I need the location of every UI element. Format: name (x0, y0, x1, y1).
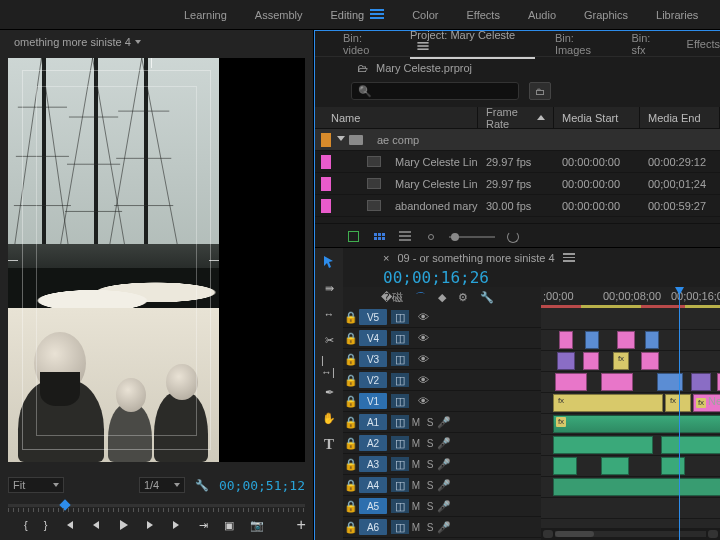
eye-icon[interactable]: 👁 (415, 353, 431, 365)
clip[interactable] (585, 331, 599, 349)
selection-tool-icon[interactable] (321, 254, 337, 270)
type-tool-icon[interactable]: T (321, 436, 337, 452)
audio-clip[interactable] (661, 436, 720, 454)
chevron-down-icon[interactable] (135, 40, 141, 44)
lock-icon[interactable]: 🔒 (343, 500, 359, 513)
audio-clip[interactable] (553, 436, 653, 454)
icon-view-icon[interactable] (371, 230, 387, 244)
close-icon[interactable]: × (383, 252, 389, 264)
razor-tool-icon[interactable]: ✂ (321, 332, 337, 348)
bin-row-folder[interactable]: ae comp (315, 129, 720, 151)
clip[interactable] (555, 373, 587, 391)
clip[interactable] (641, 352, 659, 370)
zoom-dropdown[interactable]: 1/4 (139, 477, 185, 493)
menu-icon[interactable] (417, 42, 428, 50)
clip[interactable] (583, 352, 599, 370)
list-view-icon[interactable] (397, 230, 413, 244)
mark-in-icon[interactable]: { (24, 518, 28, 532)
mark-out-icon[interactable]: } (44, 518, 48, 532)
sync-lock-icon[interactable]: ◫ (391, 373, 409, 387)
solo-button[interactable]: S (423, 501, 437, 512)
clip-nested[interactable]: fxNested (693, 394, 720, 412)
workspace-tab-editing[interactable]: Editing (331, 9, 385, 21)
clip-row[interactable]: abandoned mary celest 30.00 fps 00:00:00… (315, 195, 720, 217)
step-fwd-icon[interactable] (145, 518, 155, 532)
mute-button[interactable]: M (409, 438, 423, 449)
mute-button[interactable]: M (409, 459, 423, 470)
mic-icon[interactable]: 🎤 (437, 521, 451, 534)
lock-icon[interactable]: 🔒 (343, 374, 359, 387)
eye-icon[interactable]: 👁 (415, 332, 431, 344)
clip[interactable] (601, 373, 633, 391)
pen-tool-icon[interactable]: ✒ (321, 384, 337, 400)
sync-lock-icon[interactable]: ◫ (391, 478, 409, 492)
fit-dropdown[interactable]: Fit (8, 477, 64, 493)
solo-button[interactable]: S (423, 480, 437, 491)
search-input[interactable]: 🔍 (351, 82, 519, 100)
solo-button[interactable]: S (423, 459, 437, 470)
track-a5[interactable]: 🔒A5◫MS🎤 (343, 496, 541, 517)
track-a6[interactable]: 🔒A6◫MS🎤 (343, 517, 541, 538)
slip-tool-icon[interactable]: |↔| (321, 358, 337, 374)
lock-icon[interactable]: 🔒 (343, 416, 359, 429)
sync-lock-icon[interactable]: ◫ (391, 352, 409, 366)
snap-icon[interactable]: �磁 (381, 290, 403, 305)
sync-lock-icon[interactable]: ◫ (391, 520, 409, 534)
mic-icon[interactable]: 🎤 (437, 437, 451, 450)
clip[interactable] (559, 331, 573, 349)
label-color[interactable] (321, 177, 331, 191)
label-color[interactable] (321, 199, 331, 213)
project-tab[interactable]: Project: Mary Celeste (410, 29, 535, 59)
audio-clip[interactable]: fx (553, 415, 720, 433)
lock-icon[interactable]: 🔒 (343, 458, 359, 471)
overwrite-icon[interactable]: ▣ (224, 518, 234, 532)
audio-clip[interactable] (601, 457, 629, 475)
workspace-tab-learning[interactable]: Learning (184, 9, 227, 21)
sequence-timecode[interactable]: 00;00;16;26 (343, 268, 720, 287)
marker-icon[interactable]: ◆ (438, 291, 446, 304)
mic-icon[interactable]: 🎤 (437, 416, 451, 429)
mic-icon[interactable]: 🎤 (437, 500, 451, 513)
solo-button[interactable]: S (423, 438, 437, 449)
lock-icon[interactable]: 🔒 (343, 521, 359, 534)
track-a1[interactable]: 🔒A1◫MS🎤 (343, 412, 541, 433)
mute-button[interactable]: M (409, 480, 423, 491)
solo-button[interactable]: S (423, 417, 437, 428)
go-out-icon[interactable] (171, 518, 183, 532)
wrench-icon[interactable]: 🔧 (480, 291, 494, 304)
track-v3[interactable]: 🔒V3◫👁 (343, 349, 541, 370)
twisty-icon[interactable] (337, 136, 345, 144)
lock-icon[interactable]: 🔒 (343, 311, 359, 324)
settings-icon[interactable]: ⚙ (458, 291, 468, 304)
workspace-tab-graphics[interactable]: Graphics (584, 9, 628, 21)
clip[interactable] (557, 352, 575, 370)
clip[interactable] (645, 331, 659, 349)
playhead[interactable] (679, 287, 680, 540)
sync-lock-icon[interactable]: ◫ (391, 436, 409, 450)
clip[interactable] (691, 373, 711, 391)
clip-row[interactable]: Mary Celeste Linked C 29.97 fps 00:00:00… (315, 173, 720, 195)
sync-lock-icon[interactable]: ◫ (391, 499, 409, 513)
col-name[interactable]: Name (315, 107, 478, 128)
source-monitor-viewport[interactable] (8, 58, 305, 462)
add-button-icon[interactable]: + (296, 518, 305, 532)
lock-icon[interactable]: 🔒 (343, 479, 359, 492)
clip[interactable]: fx (665, 394, 691, 412)
lock-icon[interactable]: 🔒 (343, 332, 359, 345)
menu-icon[interactable] (563, 253, 575, 263)
workspace-tab-assembly[interactable]: Assembly (255, 9, 303, 21)
mute-button[interactable]: M (409, 522, 423, 533)
audio-clip[interactable] (553, 478, 720, 496)
eye-icon[interactable]: 👁 (415, 395, 431, 407)
sequence-tab[interactable]: × 09 - or something more siniste 4 (343, 248, 720, 268)
work-area[interactable] (541, 305, 720, 308)
col-framerate[interactable]: Frame Rate (478, 107, 554, 128)
track-v2[interactable]: 🔒V2◫👁 (343, 370, 541, 391)
mic-icon[interactable]: 🎤 (437, 458, 451, 471)
sync-lock-icon[interactable]: ◫ (391, 394, 409, 408)
clip[interactable]: fx (613, 352, 629, 370)
label-color[interactable] (321, 155, 331, 169)
sync-lock-icon[interactable]: ◫ (391, 415, 409, 429)
lock-icon[interactable]: 🔒 (343, 353, 359, 366)
step-back-icon[interactable] (91, 518, 101, 532)
